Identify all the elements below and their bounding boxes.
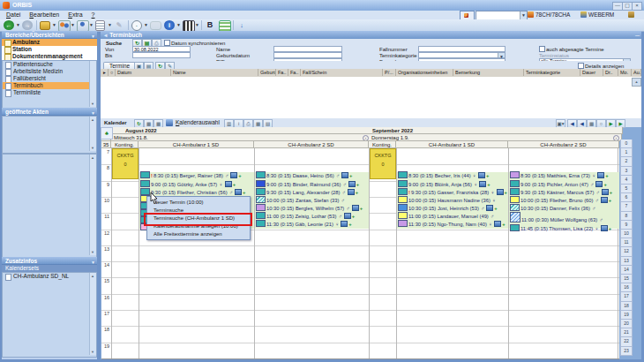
sidebar-item-station[interactable]: Station [2,46,97,53]
strip-hour-20[interactable]: 20 [620,320,633,328]
calendar-appointment[interactable]: 11:00 (0:15) Zeisig, Lothar (53)♂+ [256,212,369,219]
column-header-icon[interactable]: ▸ [101,69,109,76]
strip-hour-22[interactable]: 22 [620,337,633,346]
sidebar-section-bereiche[interactable]: Bereiche/Übersichten▼ [2,31,97,39]
von-input[interactable] [132,46,191,52]
calendar-appointment[interactable]: 10:30 (0:15) Bergles, Wilhelm (57)♂+ [256,204,369,211]
chevron-down-icon[interactable]: ▼ [176,22,181,27]
kontingent-cell[interactable]: CKKTG0 [370,148,396,179]
chevron-down-icon[interactable]: ▼ [16,22,20,27]
user-indicator[interactable]: WEBERM [580,11,614,18]
forward-icon[interactable]: → [22,20,33,30]
calendar-appointment[interactable]: 8:30 (0:15) Becher, Iris (44)♀+ [398,171,508,178]
details-checkbox[interactable] [578,63,584,69]
strip-hour-10[interactable]: 10 [620,230,633,238]
terminkategorie-select[interactable]: ▼ [418,52,505,58]
resource-header[interactable]: CH-Ambulanz 2 SD [254,141,369,148]
calendar-appointment[interactable]: 10:00 (0:15) Hausmann Nadine (36)♀ [398,196,508,203]
menu-extra[interactable]: Extra [64,11,86,19]
column-header-fallschein[interactable]: Fall/Schein [301,69,383,76]
sidebar-item-terminbuch[interactable]: Terminbuch [3,82,96,89]
context-menu-item-4[interactable]: Alle Freitexttermine anzeigen [149,230,252,238]
strip-hour-5[interactable]: 5 [620,185,633,193]
calendar-appointment[interactable]: 10:00 (0:15) Fliether, Bruno (60)♂+ [510,196,619,203]
calendar-body[interactable]: 78910111213141516171819CKKTG0!8:30 (0:15… [101,148,619,359]
column-header-dauer[interactable]: Dauer [580,69,603,76]
column-header-geburtsd[interactable]: Geburtsd... [258,69,276,76]
chevron-down-icon[interactable]: ▼ [144,22,148,27]
strip-hour-3[interactable]: 3 [620,167,633,176]
context-menu-item-0[interactable]: Neuer Termin (10:00) [149,199,252,207]
sidebar-item-fall-bersicht[interactable]: Fallübersicht [3,75,96,82]
panel-scrollbar[interactable]: ▲▼ [89,273,96,355]
kontingent-cell[interactable]: CKKTG0 [112,148,139,179]
strip-hour-15[interactable]: 15 [620,275,633,283]
column-header-au[interactable]: Au.. [632,69,641,76]
calendar-appointment[interactable]: 9:30 (0:15) Kästner, Marcus (57)♂+ [510,188,619,195]
chevron-down-icon[interactable]: ▼ [108,22,112,27]
sidebar-item-dokumentenmanagement[interactable]: Dokumentenmanagement [2,53,97,60]
chevron-down-icon[interactable]: ▼ [89,22,94,27]
info-icon[interactable]: i [363,135,369,141]
bis-input[interactable] [132,52,191,58]
column-header-datum[interactable]: Datum [116,69,171,76]
chevron-down-icon[interactable]: ▼ [195,22,199,27]
kalenderauswahl-button[interactable]: Kalenderauswahl [166,119,220,126]
strip-hour-23[interactable]: 23 [620,347,633,356]
sidebar-item-patientensuche[interactable]: Patientensuche [3,61,96,68]
logout-button[interactable] [628,11,636,18]
org-unit-indicator[interactable]: 78CH/78CHA [528,11,570,18]
strip-hour-6[interactable]: 6 [620,193,633,202]
strip-hour-12[interactable]: 12 [620,247,633,256]
column-header-dr[interactable]: Dr.. [603,69,618,76]
strip-hour-0[interactable]: 0 [620,140,633,148]
column-header-p[interactable]: P/... [383,69,396,76]
calendar-appointment[interactable]: 10:30 (0:15) Jost, Heinrich (53)♂+ [398,204,508,211]
sidebar-section-akten[interactable]: geöffnete Akten▼ [2,108,97,116]
calendar-appointment[interactable]: 11:00 (0:30) Müller Wolfgang (63)♂ [510,212,619,222]
strip-hour-18[interactable]: 18 [620,302,633,311]
strip-hour-13[interactable]: 13 [620,257,633,266]
hour-strip-header-icon[interactable]: ♣ [101,127,113,140]
sidebar-section-zusatzinfos[interactable]: Zusatzinfos▼ [2,257,97,265]
chevron-down-icon[interactable]: ▼ [498,53,505,57]
strip-hour-11[interactable]: 11 [620,238,633,247]
day-header[interactable]: Donnerstag 1.9.i [369,134,622,141]
calendar-appointment[interactable]: 9:30 (0:15) Lang, Alexander (28)♂+ [256,188,369,195]
column-header-organisationseinheiten[interactable]: Organisationseinheiten [396,69,453,76]
document-new-icon[interactable] [95,20,105,31]
strip-hour-8[interactable]: 8 [620,212,633,221]
calendar-appointment[interactable]: 11:00 (0:15) Landauer, Manuel (49)♂ [398,212,508,219]
close-button[interactable]: × [632,2,642,11]
calendar-appointment[interactable]: 8:30 (0:15) Matthies, Erna (73)♀+ [510,171,619,178]
column-header-bemerkung[interactable]: Bemerkung [453,69,524,76]
chevron-down-icon[interactable]: ▼ [52,22,56,27]
geburtsdatum-input[interactable] [273,52,342,58]
column-header-icon[interactable]: ○ [109,69,116,76]
menu-?[interactable]: ? [87,11,100,19]
sync-date-checkbox[interactable] [164,40,170,46]
download-icon[interactable]: ↓ [236,20,247,30]
column-header-fa[interactable]: Fa.. [276,69,288,76]
column-header-fa[interactable]: Fa.. [288,69,301,76]
calendar-appointment[interactable]: 11:45 (0:15) Thomsen, Lisa (22)♀+ [510,224,619,231]
scroll-up-icon[interactable]: ▲ [632,78,641,87]
strip-hour-9[interactable]: 9 [620,221,633,230]
resource-header[interactable]: CH-Ambulanz 1 SD [139,141,254,148]
sidebar-item-terminliste[interactable]: Terminliste [3,89,96,96]
calendar-appointment[interactable]: 9:00 (0:15) Pichler, Anton (47)♂+ [510,180,619,187]
column-header-name[interactable]: Name [171,69,258,76]
calendar-appointment[interactable]: 10:00 (0:15) Zantas, Stefan (33)♂ [256,196,369,203]
calendar-appointment[interactable]: 11:30 (0:15) Ngo-Thung, Nam (40)♀+ [398,220,508,227]
day-header[interactable]: Mittwoch 31.8.i [111,134,371,141]
calendar-appointment[interactable]: 9:00 (0:15) Blöink, Anja (56)♀+ [398,180,508,187]
strip-hour-4[interactable]: 4 [620,176,633,185]
clock-icon[interactable]: · [131,20,142,31]
resource-header[interactable]: CH-Ambulanz 1 SD [396,141,508,148]
calendar-appointment[interactable]: 8:30 (0:15) Daase, Heino (56)♂+ [256,171,369,178]
suche-tab[interactable]: Suche [106,41,122,46]
strip-hour-14[interactable]: 14 [620,266,633,275]
chevron-down-icon[interactable]: ▼ [71,22,75,27]
strip-hour-2[interactable]: 2 [620,157,633,166]
info-icon[interactable]: i [164,20,175,30]
